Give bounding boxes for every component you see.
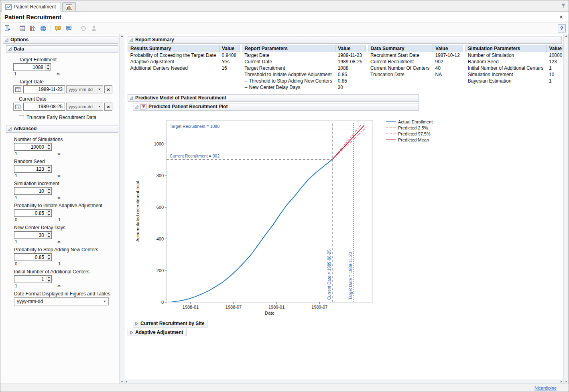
report-icon[interactable] — [3, 24, 12, 33]
site-section-title: Current Recruitment by Site — [140, 321, 204, 326]
target-date-clear-button[interactable]: × — [104, 85, 112, 93]
column-header: Simulation Parameters — [465, 45, 547, 52]
data-table-icon[interactable] — [28, 24, 37, 33]
report-area: Report Summary Results Summary Value Pro… — [124, 34, 563, 379]
target-date-format-select[interactable]: yyyy-mm-dd — [66, 85, 103, 93]
spinner-up-button[interactable] — [46, 254, 51, 257]
disclosure-open-icon[interactable] — [135, 105, 138, 109]
red-triangle-icon — [142, 105, 145, 108]
main-h-scrollbar[interactable] — [124, 379, 563, 384]
spinner-down-button[interactable] — [46, 169, 51, 172]
min-label: 1 — [14, 71, 16, 76]
disclosure-closed-icon[interactable] — [135, 322, 138, 325]
bar-chart-icon — [66, 4, 72, 10]
current-date-input[interactable] — [23, 103, 65, 111]
calendar-button[interactable] — [13, 103, 22, 111]
plot-outline-header[interactable]: Predicted Patient Recruitment Plot — [133, 103, 419, 111]
simulation-increment-input[interactable] — [14, 187, 46, 195]
disclosure-open-icon[interactable] — [8, 127, 12, 131]
truncate-checkbox[interactable] — [19, 115, 24, 120]
initial-centers-input[interactable] — [14, 275, 46, 283]
disclosure-open-icon[interactable] — [5, 38, 8, 42]
chart-legend: Actual Enrollment Predicted 2.5% Predict… — [386, 119, 433, 142]
date-format-select[interactable]: yyyy-mm-dd — [14, 297, 109, 305]
random-seed-input[interactable] — [14, 165, 46, 173]
spinner-down-button[interactable] — [46, 235, 51, 238]
chevron-down-icon — [98, 106, 101, 107]
current-recruitment-annotation: Current Recruitment = 902 — [170, 154, 219, 158]
random-seed-label: Random Seed — [14, 159, 118, 164]
spinner-up-button[interactable] — [46, 166, 51, 169]
spinner-up-button[interactable] — [46, 143, 51, 147]
comment-icon[interactable]: ? — [54, 24, 63, 33]
prob-initiate-input[interactable] — [14, 209, 46, 217]
advanced-section-header[interactable]: Advanced — [6, 125, 118, 133]
spinner-down-button[interactable] — [46, 257, 51, 261]
target-enrollment-input[interactable] — [13, 63, 45, 71]
svg-text:200: 200 — [156, 268, 164, 273]
svg-text:400: 400 — [156, 236, 164, 241]
data-section-title: Data — [14, 46, 24, 52]
new-center-delay-input[interactable] — [14, 231, 46, 239]
page-title: Patient Recruitment — [4, 14, 61, 20]
tab-secondary[interactable] — [62, 2, 76, 11]
spinner-up-button[interactable] — [46, 276, 51, 279]
help-button[interactable]: ? — [558, 24, 566, 32]
spinner-down-button[interactable] — [46, 279, 51, 283]
calendar-icon — [15, 104, 20, 109]
simulations-input[interactable] — [14, 143, 46, 151]
toolbar-separator — [15, 25, 15, 32]
prob-stop-input[interactable] — [14, 253, 46, 261]
journal-icon[interactable] — [18, 24, 27, 33]
pin-icon[interactable] — [561, 3, 565, 9]
calendar-button[interactable] — [13, 85, 22, 93]
spinner-down-button[interactable] — [46, 147, 51, 150]
nicardipine-link[interactable]: Nicardipine — [534, 386, 557, 390]
disclosure-open-icon[interactable] — [8, 47, 12, 51]
table-row: Threshold to Initiate Adaptive Adjustmen… — [242, 71, 366, 78]
disclosure-open-icon[interactable] — [130, 96, 133, 100]
options-scrollbar[interactable] — [119, 34, 124, 384]
globe-icon[interactable] — [39, 24, 48, 33]
toolbar-separator — [51, 25, 51, 32]
current-date-clear-button[interactable]: × — [104, 103, 112, 111]
disclosure-open-icon[interactable] — [130, 38, 133, 42]
spinner — [46, 253, 52, 261]
data-section-header[interactable]: Data — [6, 45, 118, 53]
svg-text:?: ? — [57, 26, 59, 30]
adaptive-section-header[interactable]: Adaptive Adjustment — [128, 329, 187, 336]
close-icon[interactable]: × — [558, 14, 565, 20]
x-axis-label: Date — [265, 311, 274, 315]
site-section-header[interactable]: Current Recruitment by Site — [133, 320, 207, 327]
disclosure-closed-icon[interactable] — [130, 331, 133, 334]
table-row: Current Recruitment902 — [368, 59, 463, 65]
user-icon[interactable] — [89, 24, 98, 33]
spinner-up-button[interactable] — [46, 210, 51, 213]
toolbar-separator — [76, 25, 76, 32]
predictive-model-header[interactable]: Predictive Model of Patient Recruitment — [128, 94, 419, 102]
spinner-up-button[interactable] — [45, 64, 51, 67]
spinner-down-button[interactable] — [46, 191, 51, 194]
main-scrollbar[interactable] — [563, 34, 569, 384]
svg-text:600: 600 — [156, 205, 164, 210]
spinner — [46, 143, 52, 151]
target-date-input[interactable] — [23, 85, 65, 93]
spinner-up-button[interactable] — [46, 232, 51, 235]
current-date-format-select[interactable]: yyyy-mm-dd — [66, 103, 103, 111]
legend-line-sample — [386, 138, 396, 141]
plot-frame — [167, 120, 373, 302]
red-triangle-menu[interactable] — [140, 104, 146, 109]
spinner-down-button[interactable] — [46, 213, 51, 216]
table-row: Random Seed123 — [465, 59, 563, 65]
recruitment-chart: 020040060080010001988-011988-071989-0119… — [133, 111, 382, 318]
recruitment-chart-block: 020040060080010001988-011988-071989-0119… — [133, 111, 562, 318]
feedback-icon[interactable] — [64, 24, 73, 33]
options-header[interactable]: Options — [3, 36, 118, 44]
refresh-icon[interactable] — [79, 24, 88, 33]
range-labels: 1∞ — [14, 239, 61, 244]
spinner-up-button[interactable] — [46, 188, 51, 191]
tab-patient-recruitment[interactable]: Patient Recruitment — [2, 2, 61, 12]
current-date-annotation: Current Date = 1989-08-25 — [327, 249, 331, 300]
report-summary-header[interactable]: Report Summary — [128, 36, 562, 44]
spinner-down-button[interactable] — [45, 67, 51, 71]
